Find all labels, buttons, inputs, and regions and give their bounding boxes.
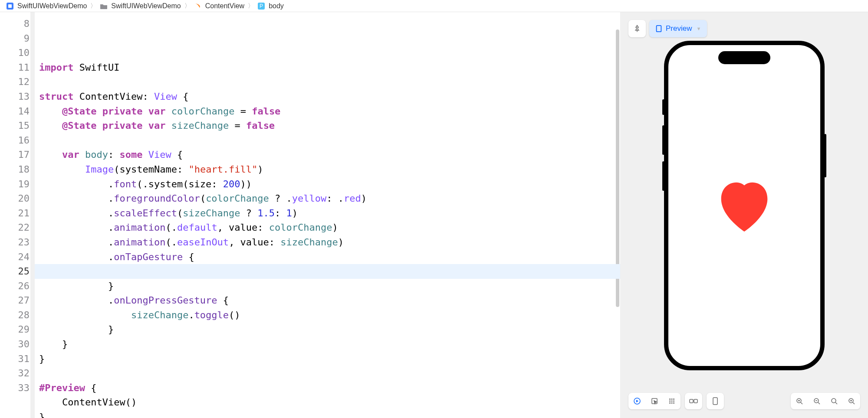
code-line[interactable]: #Preview { [35,381,620,395]
code-line[interactable]: .foregroundColor(colorChange ? .yellow: … [35,191,620,206]
code-line[interactable]: .animation(.default, value: colorChange) [35,220,620,235]
volume-up-button [662,125,664,155]
code-editor[interactable]: 8910111213141516171819202122232425262728… [0,12,621,418]
preview-button-label: Preview [666,24,692,33]
breadcrumb-folder[interactable]: SwiftUIWebViewDemo [111,2,181,10]
device-preview[interactable] [664,41,825,370]
breadcrumb-file[interactable]: ContentView [205,2,244,10]
chevron-right-icon: 〉 [184,2,191,10]
line-number: 33 [0,381,30,395]
code-line[interactable] [35,366,620,381]
svg-line-21 [801,402,802,404]
line-number: 13 [0,89,30,104]
code-line[interactable]: } [35,352,620,366]
line-number: 21 [0,206,30,221]
breadcrumb: SwiftUIWebViewDemo 〉 SwiftUIWebViewDemo … [0,0,868,12]
line-number: 17 [0,147,30,162]
code-line[interactable]: @State private var sizeChange = false [35,118,620,133]
code-line[interactable]: Image(systemName: "heart.fill") [35,162,620,177]
variants-button[interactable] [685,393,702,409]
scrollbar-track[interactable] [615,12,620,418]
preview-toolbar [628,393,860,409]
swift-icon [194,2,202,10]
code-line[interactable]: @State private var colorChange = false [35,104,620,119]
svg-rect-12 [671,401,673,402]
svg-rect-18 [694,399,697,403]
project-icon [6,2,14,10]
code-line[interactable]: .font(.system(size: 200)) [35,177,620,192]
svg-rect-13 [673,401,674,402]
line-number: 26 [0,279,30,294]
preview-button[interactable]: Preview ▼ [649,20,707,37]
breadcrumb-symbol[interactable]: body [269,2,284,10]
play-button[interactable] [628,393,646,409]
svg-text:P: P [260,3,263,9]
code-line[interactable]: } [35,410,620,418]
code-line[interactable]: } [35,322,620,337]
volume-down-button [662,161,664,191]
power-button [824,134,826,177]
svg-point-27 [832,398,836,403]
svg-rect-11 [669,401,671,402]
code-line[interactable]: .onLongPressGesture { [35,293,620,308]
chevron-right-icon: 〉 [90,2,96,10]
line-number: 12 [0,75,30,89]
line-number-gutter: 8910111213141516171819202122232425262728… [0,12,35,418]
code-line[interactable]: import SwiftUI [35,60,620,75]
chevron-right-icon: 〉 [248,2,254,10]
grid-button[interactable] [663,393,681,409]
mute-switch [662,99,664,115]
zoom-actual-button[interactable] [825,393,843,409]
code-line[interactable]: ContentView() [35,395,620,410]
dynamic-island [718,51,770,64]
code-line[interactable]: sizeChange.toggle() [35,308,620,323]
line-number: 9 [0,31,30,46]
code-line[interactable]: .animation(.easeInOut, value: sizeChange… [35,235,620,250]
device-settings-button[interactable] [707,393,724,409]
code-area[interactable]: import SwiftUIstruct ContentView: View {… [35,12,621,418]
svg-rect-19 [713,398,717,405]
zoom-in-button[interactable] [843,393,860,409]
svg-rect-16 [673,402,674,404]
property-icon: P [257,2,265,10]
svg-rect-14 [669,402,671,404]
folder-icon [100,2,108,10]
code-line[interactable]: .scaleEffect(sizeChange ? 1.5: 1) [35,206,620,221]
svg-rect-5 [657,26,661,32]
code-line[interactable]: var body: some View { [35,147,620,162]
svg-rect-15 [671,402,673,404]
line-number: 19 [0,177,30,192]
zoom-out-button[interactable] [808,393,825,409]
code-line[interactable] [35,133,620,148]
chevron-down-icon: ▼ [696,26,701,31]
svg-line-28 [835,402,837,404]
line-number: 20 [0,191,30,206]
line-number: 30 [0,337,30,352]
line-number: 24 [0,250,30,265]
line-number: 29 [0,322,30,337]
line-number: 18 [0,162,30,177]
breadcrumb-project[interactable]: SwiftUIWebViewDemo [17,2,87,10]
line-number: 25 [0,264,30,279]
code-line[interactable]: } [35,337,620,352]
pin-button[interactable] [628,20,646,37]
selectable-button[interactable] [646,393,663,409]
line-number: 16 [0,133,30,148]
preview-pane: Preview ▼ [621,12,868,418]
line-number: 23 [0,235,30,250]
svg-rect-8 [669,398,671,400]
code-line[interactable] [35,75,620,89]
line-number: 22 [0,220,30,235]
line-number: 10 [0,46,30,60]
line-number: 8 [0,16,30,31]
line-number: 14 [0,104,30,119]
code-line[interactable]: struct ContentView: View { [35,89,620,104]
heart-icon[interactable] [707,171,781,240]
line-number: 28 [0,308,30,323]
code-line[interactable]: } [35,279,620,294]
code-line[interactable]: .onTapGesture { [35,250,620,265]
svg-rect-9 [671,398,673,400]
zoom-to-fit-button[interactable] [791,393,808,409]
svg-line-30 [853,402,855,404]
svg-rect-1 [8,4,12,8]
